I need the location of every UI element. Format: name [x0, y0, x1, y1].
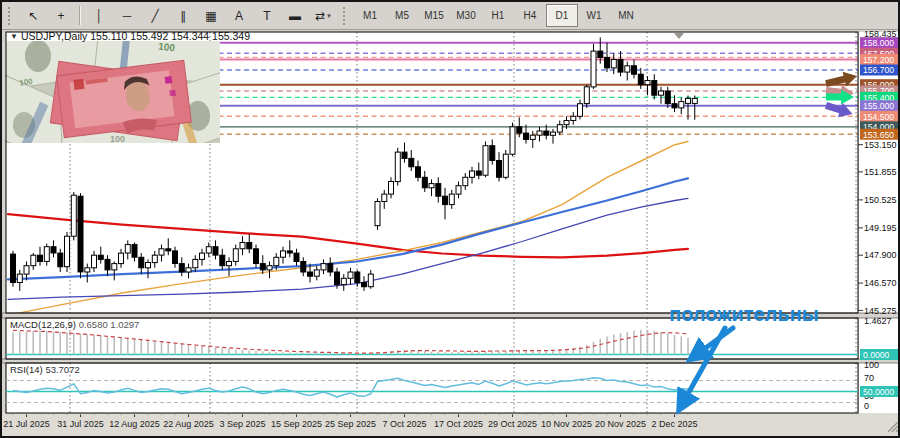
timeframe-M15-button[interactable]: M15	[418, 4, 450, 27]
tool-shapes-button[interactable]: ▬	[281, 4, 309, 27]
terminal-window: ↖+│─╱∥▦AT▬⇄▾M1M5M15M30H1H4D1W1MN 100 100…	[0, 0, 900, 438]
timeframe-M1-button[interactable]: M1	[354, 4, 386, 27]
timeframe-H1-button[interactable]: H1	[482, 4, 514, 27]
candle-bear	[166, 249, 171, 251]
price-tick-label: 145.275	[864, 306, 897, 316]
candle-bull	[611, 60, 616, 68]
candle-bear	[632, 66, 637, 74]
candle-bull	[321, 264, 326, 270]
tool-horizontal-line-button[interactable]: ─	[113, 4, 141, 27]
timeframe-M5-button[interactable]: M5	[386, 4, 418, 27]
candle-bull	[692, 98, 697, 103]
candle-bear	[443, 196, 448, 204]
candle-bear	[490, 146, 495, 161]
toolbar-separator	[79, 6, 81, 25]
tool-arrows-button[interactable]: ⇄▾	[309, 4, 337, 27]
candle-bull	[314, 270, 319, 276]
candle-bull	[193, 259, 198, 267]
tool-fibonacci-button[interactable]: ▦	[197, 4, 225, 27]
candle-bear	[179, 264, 184, 272]
vertical-line-icon: │	[95, 9, 103, 23]
annotation-text[interactable]: положительны	[669, 303, 819, 325]
candle-bear	[38, 255, 43, 261]
svg-text:100: 100	[158, 41, 176, 54]
candle-bear	[402, 152, 407, 158]
candle-bear	[638, 74, 643, 85]
date-label: 17 Oct 2025	[434, 419, 483, 429]
svg-text:100: 100	[78, 112, 100, 128]
candle-bull	[186, 268, 191, 272]
candle-bull	[85, 268, 90, 272]
timeframe-H4-button[interactable]: H4	[514, 4, 546, 27]
candle-bull	[483, 146, 488, 176]
macd-zero-badge-label: 0.0000	[863, 350, 890, 360]
tool-label-button[interactable]: T	[253, 4, 281, 27]
level-badge-label: 158.000	[863, 38, 894, 48]
tool-text-button[interactable]: A	[225, 4, 253, 27]
candle-bull	[119, 253, 124, 264]
candle-bear	[618, 60, 623, 73]
candle-bear	[362, 283, 367, 287]
level-badge-label: 156.700	[863, 65, 894, 75]
tool-cursor-button[interactable]: ↖	[19, 4, 47, 27]
panel-splitter[interactable]	[2, 359, 900, 363]
candle-bear	[308, 272, 313, 276]
price-tick-label: 150.525	[864, 195, 897, 205]
candle-bear	[11, 254, 16, 282]
price-tick-label: 146.570	[864, 278, 897, 288]
candle-bull	[125, 245, 130, 253]
candle-bull	[281, 251, 286, 257]
label-icon: T	[263, 9, 270, 23]
candle-bull	[274, 257, 279, 265]
date-label: 7 Oct 2025	[382, 419, 426, 429]
candle-bull	[233, 249, 238, 262]
symbol-dropdown-icon[interactable]: ▼	[10, 32, 18, 41]
trendline-icon: ╱	[151, 9, 158, 23]
toolbar-drag-handle[interactable]	[343, 7, 349, 25]
toolbar: ↖+│─╱∥▦AT▬⇄▾M1M5M15M30H1H4D1W1MN	[2, 2, 898, 30]
date-label: 25 Sep 2025	[325, 419, 376, 429]
candle-bull	[200, 253, 205, 259]
rsi-scale-label: 0	[864, 401, 869, 411]
tool-vertical-line-button[interactable]: │	[85, 4, 113, 27]
candle-bull	[551, 132, 556, 135]
candle-bear	[139, 257, 144, 268]
candle-bear	[220, 255, 225, 266]
macd-label: MACD(12,26,9) 0.6580 1.0297	[10, 319, 139, 330]
candle-bear	[524, 133, 529, 139]
price-tick-label: 147.900	[864, 250, 897, 260]
candle-bear	[517, 127, 522, 133]
chevron-down-icon: ▾	[327, 12, 331, 20]
level-badge-label: 153.650	[863, 130, 894, 140]
tool-channel-button[interactable]: ∥	[169, 4, 197, 27]
tool-crosshair-button[interactable]: +	[47, 4, 75, 27]
timeframe-D1-button[interactable]: D1	[546, 4, 578, 27]
candle-bull	[584, 87, 589, 104]
toolbar-drag-handle[interactable]	[8, 7, 14, 25]
candle-bear	[213, 247, 218, 255]
candle-bull	[625, 66, 630, 72]
candle-bull	[44, 247, 49, 262]
candle-bear	[254, 249, 259, 264]
timeframe-M30-button[interactable]: M30	[450, 4, 482, 27]
candle-bull	[463, 177, 468, 185]
candle-bull	[578, 104, 583, 117]
candle-bull	[152, 255, 157, 262]
candle-bull	[382, 194, 387, 201]
cursor-icon: ↖	[28, 9, 38, 23]
candle-bear	[436, 184, 441, 197]
candle-bull	[503, 154, 508, 177]
timeframe-W1-button[interactable]: W1	[578, 4, 610, 27]
date-label: 15 Sep 2025	[271, 419, 322, 429]
timeframe-MN-button[interactable]: MN	[610, 4, 642, 27]
tool-trendline-button[interactable]: ╱	[141, 4, 169, 27]
candle-bull	[389, 182, 394, 195]
candle-bear	[672, 104, 677, 108]
candle-bull	[429, 184, 434, 188]
candle-bull	[24, 266, 29, 274]
level-badge-label: 155.000	[863, 101, 894, 111]
date-label: 21 Jul 2025	[3, 419, 50, 429]
price-tick-label: 151.855	[864, 167, 897, 177]
candle-bull	[564, 121, 569, 125]
rsi-scale-label: 70	[864, 373, 874, 383]
